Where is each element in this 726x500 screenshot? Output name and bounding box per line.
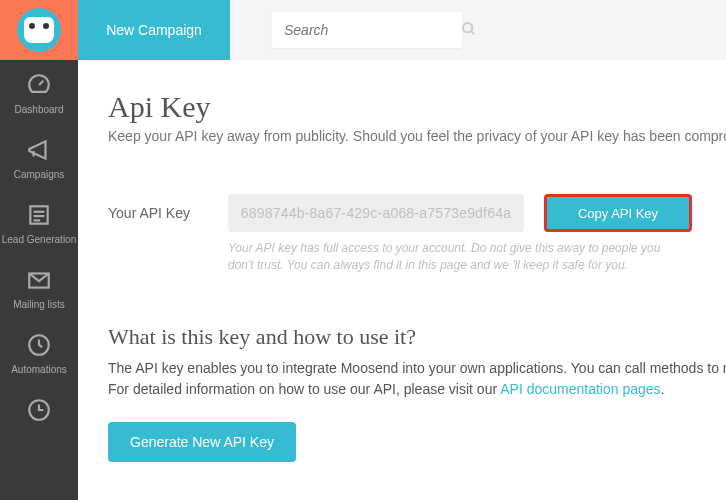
api-documentation-link[interactable]: API documentation pages [500, 381, 660, 397]
gauge-icon [26, 72, 52, 98]
search-input[interactable] [284, 22, 461, 38]
desc-line1: The API key enables you to integrate Moo… [108, 360, 726, 376]
sidebar-item-label: Dashboard [0, 104, 78, 115]
sidebar-item-campaigns[interactable]: Campaigns [0, 125, 78, 190]
new-campaign-label: New Campaign [106, 22, 202, 38]
api-key-note: Your API key has full access to your acc… [228, 240, 688, 274]
sidebar-item-dashboard[interactable]: Dashboard [0, 60, 78, 125]
desc-line2: For detailed information on how to use o… [108, 381, 500, 397]
envelope-icon [26, 267, 52, 293]
sidebar-item-automations[interactable]: Automations [0, 320, 78, 385]
logo[interactable] [0, 0, 78, 60]
page-title: Api Key [108, 90, 696, 124]
copy-api-key-button[interactable]: Copy API Key [544, 194, 692, 232]
clock-arrow-icon [26, 332, 52, 358]
page-subtitle: Keep your API key away from publicity. S… [108, 128, 696, 144]
sidebar-item-label: Campaigns [0, 169, 78, 180]
topbar: New Campaign [78, 0, 726, 60]
api-key-value[interactable]: 6898744b-8a67-429c-a068-a7573e9df64a [228, 194, 524, 232]
sidebar-item-more[interactable] [0, 385, 78, 423]
svg-point-7 [463, 23, 472, 32]
search-box[interactable] [272, 12, 462, 48]
sidebar-item-label: Mailing lists [0, 299, 78, 310]
sidebar: Dashboard Campaigns Lead Generation Mail… [0, 0, 78, 500]
sidebar-item-label: Automations [0, 364, 78, 375]
megaphone-icon [26, 137, 52, 163]
new-campaign-button[interactable]: New Campaign [78, 0, 230, 60]
form-icon [26, 202, 52, 228]
generate-button-label: Generate New API Key [130, 434, 274, 450]
copy-button-label: Copy API Key [578, 206, 658, 221]
section-title: What is this key and how to use it? [108, 324, 696, 350]
main-content: Api Key Keep your API key away from publ… [78, 60, 726, 462]
search-icon [461, 21, 477, 40]
sidebar-item-mailing-lists[interactable]: Mailing lists [0, 255, 78, 320]
generate-new-api-key-button[interactable]: Generate New API Key [108, 422, 296, 462]
sidebar-item-label: Lead Generation [0, 234, 78, 245]
sidebar-item-lead-generation[interactable]: Lead Generation [0, 190, 78, 255]
section-description: The API key enables you to integrate Moo… [108, 358, 696, 400]
api-key-row: Your API Key 6898744b-8a67-429c-a068-a75… [108, 194, 696, 232]
api-key-label: Your API Key [108, 205, 208, 221]
svg-line-8 [471, 31, 474, 34]
clock-icon [26, 397, 52, 423]
